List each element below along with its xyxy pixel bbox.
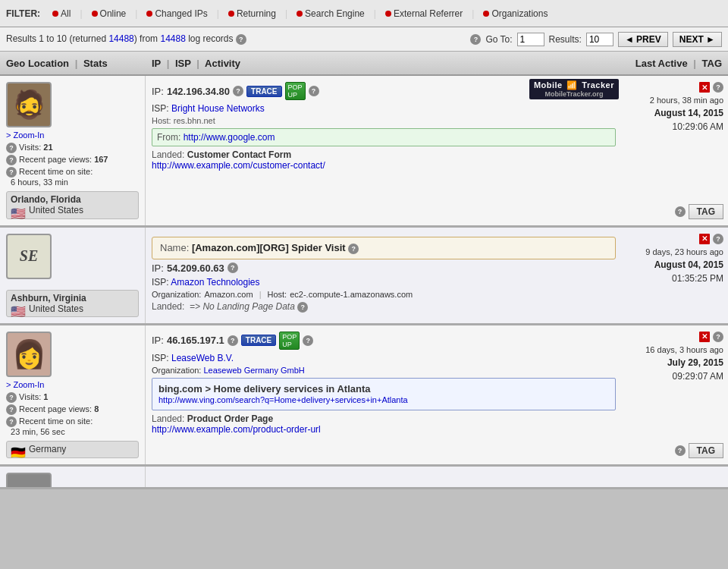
time-stamp: 01:35:25 PM	[672, 273, 723, 284]
filter-changed-ips[interactable]: Changed IPs	[142, 7, 212, 20]
visitor-main-panel	[146, 467, 622, 487]
ip-label: IP:	[152, 335, 164, 346]
isp-link[interactable]: Amazon Technologies	[171, 277, 259, 288]
ip-extra-help-icon[interactable]: ?	[303, 335, 313, 346]
close-button[interactable]: ✕	[699, 234, 710, 244]
pageviews-help-icon[interactable]: ?	[6, 404, 17, 415]
right-help-icon[interactable]: ?	[713, 234, 723, 244]
right-help-icon[interactable]: ?	[713, 332, 723, 342]
referrer-link[interactable]: http://www.google.com	[184, 132, 275, 143]
geo-stats-header: Geo Location | Stats	[6, 58, 152, 69]
country-label: 🇩🇪Germany	[11, 444, 134, 454]
isp-link[interactable]: Bright House Networks	[171, 103, 265, 114]
filter-online[interactable]: Online	[87, 7, 131, 20]
landed-link[interactable]: http://www.example.com/customer-contact/	[152, 160, 325, 171]
visitor-row: 👩 > Zoom-In ? Visits: 1 ? Recent page vi…	[0, 325, 728, 467]
close-button[interactable]: ✕	[699, 82, 710, 93]
tag-button[interactable]: TAG	[689, 204, 723, 219]
landed-line: Landed: Customer Contact Form http://www…	[152, 149, 616, 171]
date-stamp: July 29, 2015	[667, 357, 723, 368]
results-per-page-input[interactable]	[586, 33, 613, 46]
ip-help-icon[interactable]: ?	[228, 262, 238, 273]
country-label: 🇺🇸United States	[11, 205, 134, 215]
results-bar: Results 1 to 10 (returned 14488) from 14…	[0, 27, 728, 52]
no-landing-text: => No Landing Page Data	[187, 301, 295, 312]
country-label: 🇺🇸United States	[11, 303, 134, 314]
flag-icon: 🇺🇸	[11, 304, 26, 314]
visitor-right-panel: ✕ ? 2 hours, 38 min ago August 14, 2015 …	[622, 76, 728, 225]
landed-link[interactable]: http://www.example.com/product-order-url	[152, 424, 321, 435]
prev-button[interactable]: ◄ PREV	[618, 32, 668, 47]
results-help-icon[interactable]: ?	[236, 34, 246, 45]
host-value: ec2-.compute-1.amazonaws.com	[290, 290, 413, 299]
city-label: Ashburn, Virginia	[11, 293, 134, 303]
ip-help-icon[interactable]: ?	[233, 86, 243, 96]
total-link[interactable]: 14488	[160, 33, 185, 44]
visitor-row	[0, 467, 728, 489]
trace-button[interactable]: TRACE	[246, 86, 281, 97]
pageviews-stat: ? Recent page views: 8	[6, 404, 139, 415]
ip-line: IP: 46.165.197.1 ? TRACE POPUP ?	[152, 332, 616, 350]
results-per-page-label: Results:	[549, 34, 582, 45]
zoom-link[interactable]: > Zoom-In	[6, 380, 139, 389]
ip-label: IP:	[152, 262, 164, 274]
tag-button[interactable]: TAG	[689, 443, 723, 458]
org-link[interactable]: Leaseweb Germany GmbH	[203, 366, 304, 375]
name-help-icon[interactable]: ?	[348, 244, 359, 254]
close-button[interactable]: ✕	[699, 332, 710, 342]
filter-search-engine[interactable]: Search Engine	[292, 7, 369, 20]
timeonsite-help-icon[interactable]: ?	[6, 417, 17, 427]
right-help-icon[interactable]: ?	[713, 82, 723, 93]
name-value: [Amazon.com][ORG] Spider Visit	[192, 242, 346, 253]
goto-help-icon[interactable]: ?	[470, 34, 481, 45]
column-header: Geo Location | Stats IP | ISP | Activity…	[0, 52, 728, 76]
pageviews-help-icon[interactable]: ?	[6, 155, 17, 165]
last-active-tag-header: Last Active | TAG	[616, 58, 722, 69]
returned-link[interactable]: 14488	[108, 33, 133, 44]
popup-button[interactable]: POPUP	[285, 82, 306, 100]
visits-help-icon[interactable]: ?	[6, 392, 17, 403]
timeonsite-help-icon[interactable]: ?	[6, 167, 17, 178]
dot-returning	[228, 11, 234, 17]
date-stamp: August 04, 2015	[654, 259, 723, 270]
avatar: 👩	[6, 332, 52, 377]
visitor-left-panel: 👩 > Zoom-In ? Visits: 1 ? Recent page vi…	[0, 325, 146, 464]
ip-extra-help-icon[interactable]: ?	[309, 86, 319, 96]
referrer-box: From: http://www.google.com	[152, 128, 616, 146]
visitor-left-panel	[0, 467, 146, 487]
visitor-main-panel: IP: 46.165.197.1 ? TRACE POPUP ? ISP: Le…	[146, 325, 622, 464]
dot-external-referrer	[385, 11, 391, 17]
trace-button[interactable]: TRACE	[241, 335, 276, 346]
location-box: Ashburn, Virginia 🇺🇸United States	[6, 290, 139, 317]
visitor-right-panel	[622, 467, 728, 487]
timeonsite-stat: ? Recent time on site: 6 hours, 33 min	[6, 167, 139, 187]
org-line: Organization: Leaseweb Germany GmbH	[152, 366, 616, 375]
isp-line: ISP: Amazon Technologies	[152, 277, 616, 288]
dot-search-engine	[297, 11, 303, 17]
time-ago: 16 days, 3 hours ago	[645, 345, 723, 354]
landing-help-icon[interactable]: ?	[297, 302, 308, 313]
filter-external-referrer[interactable]: External Referrer	[381, 7, 467, 20]
zoom-link[interactable]: > Zoom-In	[6, 130, 139, 140]
org-link[interactable]: Amazon.com	[204, 290, 253, 299]
isp-line: ISP: LeaseWeb B.V.	[152, 353, 616, 363]
filter-all[interactable]: All	[48, 7, 75, 20]
tag-help-icon[interactable]: ?	[675, 445, 686, 456]
search-url-link[interactable]: http://www.ving.com/search?q=Home+delive…	[158, 395, 408, 404]
tag-help-icon[interactable]: ?	[675, 206, 686, 217]
popup-button[interactable]: POPUP	[279, 332, 300, 350]
isp-link[interactable]: LeaseWeb B.V.	[171, 353, 234, 363]
nav-controls: ? Go To: Results: ◄ PREV NEXT ►	[470, 32, 722, 47]
ip-help-icon[interactable]: ?	[228, 335, 238, 346]
visitor-row: 🧔 > Zoom-In ? Visits: 21 ? Recent page v…	[0, 76, 728, 228]
visits-help-icon[interactable]: ?	[6, 143, 17, 153]
visitor-main-panel: Mobile 📶 Tracker MobileTracker.org IP: 1…	[146, 76, 622, 225]
visits-stat: ? Visits: 21	[6, 143, 139, 153]
filter-returning[interactable]: Returning	[224, 7, 281, 20]
filter-organizations[interactable]: Organizations	[479, 7, 552, 20]
next-button[interactable]: NEXT ►	[673, 32, 722, 47]
landed-line: Landed: Product Order Page http://www.ex…	[152, 413, 616, 435]
goto-input[interactable]	[517, 33, 544, 46]
avatar: 🧔	[6, 82, 52, 127]
name-box: Name: [Amazon.com][ORG] Spider Visit ?	[152, 237, 616, 259]
